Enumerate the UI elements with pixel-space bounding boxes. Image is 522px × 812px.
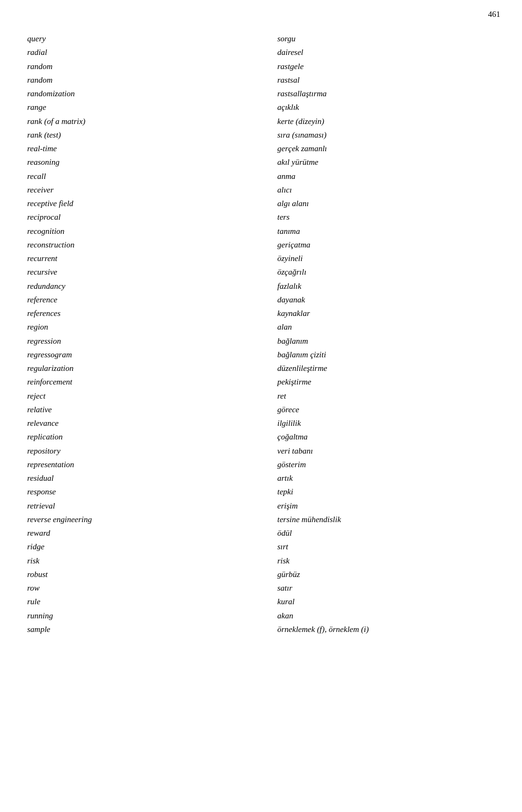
term-right: erişim	[277, 500, 298, 512]
list-item: response	[27, 486, 245, 498]
term-right: veri tabanı	[277, 445, 313, 457]
list-item: erişim	[277, 500, 495, 512]
term-left: radial	[27, 46, 47, 59]
term-right: görece	[277, 404, 299, 416]
term-left: range	[27, 101, 46, 114]
list-item: akıl yürütme	[277, 156, 495, 169]
term-right: açıklık	[277, 101, 299, 114]
term-right: tanıma	[277, 225, 300, 238]
list-item: regression	[27, 335, 245, 348]
list-item: recognition	[27, 225, 245, 238]
list-item: receptive field	[27, 197, 245, 210]
list-item: gerçek zamanlı	[277, 142, 495, 155]
term-right: rastsal	[277, 74, 300, 86]
term-left: reciprocal	[27, 211, 60, 224]
term-right: rastsallaştırma	[277, 88, 327, 100]
term-right: algı alanı	[277, 197, 309, 210]
term-left: reference	[27, 294, 58, 306]
term-right: gürbüz	[277, 568, 300, 581]
term-right: sorgu	[277, 33, 296, 45]
term-left: recursive	[27, 266, 57, 278]
term-left: reverse engineering	[27, 513, 92, 526]
term-left: recall	[27, 170, 46, 183]
list-item: açıklık	[277, 101, 495, 114]
list-item: düzenlileştirme	[277, 362, 495, 375]
list-item: tersine mühendislik	[277, 513, 495, 526]
list-item: akan	[277, 610, 495, 622]
list-item: retrieval	[27, 500, 245, 512]
term-right: ilgililik	[277, 417, 301, 430]
list-item: real-time	[27, 142, 245, 155]
term-right: fazlalık	[277, 280, 301, 293]
term-right: akan	[277, 610, 293, 622]
list-item: range	[27, 101, 245, 114]
term-left: recognition	[27, 225, 65, 238]
term-left: references	[27, 307, 60, 320]
list-item: rastsallaştırma	[277, 88, 495, 100]
list-item: rastsal	[277, 74, 495, 86]
list-item: risk	[27, 555, 245, 567]
term-left: response	[27, 486, 56, 498]
term-left: regressogram	[27, 349, 72, 361]
term-right: anma	[277, 170, 295, 183]
term-right: tepki	[277, 486, 293, 498]
term-left: reinforcement	[27, 376, 72, 388]
list-item: tanıma	[277, 225, 495, 238]
term-right: alan	[277, 321, 292, 333]
term-left: reasoning	[27, 156, 59, 169]
term-left: region	[27, 321, 48, 333]
list-item: özçağrılı	[277, 266, 495, 278]
list-item: çoğaltma	[277, 431, 495, 443]
list-item: sorgu	[277, 33, 495, 45]
list-item: rank (of a matrix)	[27, 115, 245, 128]
list-item: dairesel	[277, 46, 495, 59]
term-right: sırt	[277, 541, 288, 553]
term-left: regression	[27, 335, 61, 348]
term-right: kural	[277, 596, 295, 608]
list-item: repository	[27, 445, 245, 457]
term-right: düzenlileştirme	[277, 362, 327, 375]
term-right: özçağrılı	[277, 266, 306, 278]
term-left: rank (of a matrix)	[27, 115, 85, 128]
list-item: sırt	[277, 541, 495, 553]
list-item: running	[27, 610, 245, 622]
list-item: fazlalık	[277, 280, 495, 293]
list-item: redundancy	[27, 280, 245, 293]
list-item: reasoning	[27, 156, 245, 169]
term-right: tersine mühendislik	[277, 513, 341, 526]
list-item: tepki	[277, 486, 495, 498]
term-right: geriçatma	[277, 239, 310, 251]
list-item: pekiştirme	[277, 376, 495, 388]
term-right: kaynaklar	[277, 307, 310, 320]
list-item: residual	[27, 472, 245, 485]
list-item: ters	[277, 211, 495, 224]
term-left: residual	[27, 472, 54, 485]
list-item: recursive	[27, 266, 245, 278]
list-item: robust	[27, 568, 245, 581]
list-item: reinforcement	[27, 376, 245, 388]
list-item: veri tabanı	[277, 445, 495, 457]
list-item: reference	[27, 294, 245, 306]
term-left: reconstruction	[27, 239, 74, 251]
term-right: risk	[277, 555, 290, 567]
term-right: satır	[277, 582, 293, 594]
term-left: random	[27, 60, 53, 73]
list-item: dayanak	[277, 294, 495, 306]
list-item: reward	[27, 527, 245, 540]
left-column: queryradialrandomrandomrandomizationrang…	[27, 33, 261, 637]
list-item: sample	[27, 623, 245, 636]
list-item: ödül	[277, 527, 495, 540]
term-right: alıcı	[277, 184, 292, 196]
list-item: row	[27, 582, 245, 594]
term-left: real-time	[27, 142, 57, 155]
list-item: reverse engineering	[27, 513, 245, 526]
list-item: anma	[277, 170, 495, 183]
list-item: randomization	[27, 88, 245, 100]
term-right: pekiştirme	[277, 376, 311, 388]
term-left: query	[27, 33, 46, 45]
list-item: artık	[277, 472, 495, 485]
list-item: random	[27, 60, 245, 73]
list-item: gürbüz	[277, 568, 495, 581]
term-left: retrieval	[27, 500, 55, 512]
list-item: ret	[277, 390, 495, 402]
